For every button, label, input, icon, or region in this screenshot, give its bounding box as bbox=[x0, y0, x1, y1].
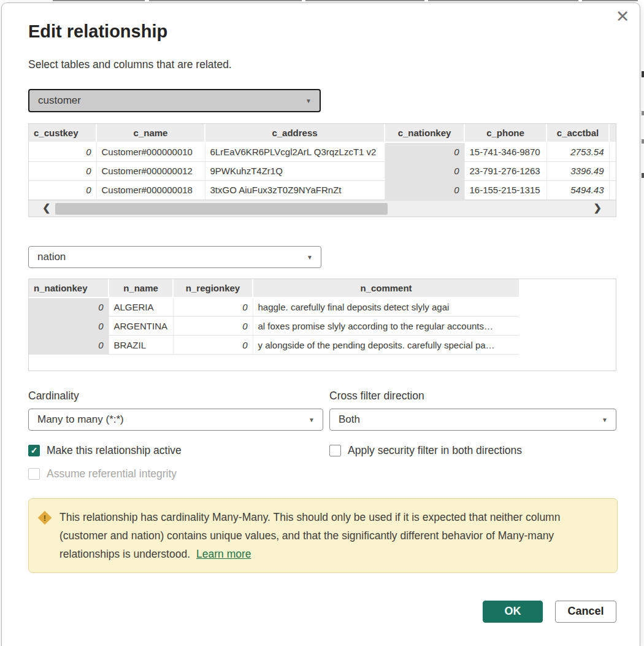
table-row: 0 ARGENTINA 0 al foxes promise slyly acc… bbox=[29, 317, 519, 336]
ok-button[interactable]: OK bbox=[483, 601, 543, 623]
cell[interactable]: 9PWKuhzT4Zr1Q bbox=[205, 161, 385, 180]
cardinality-dropdown[interactable]: Many to many (*:*) ▼ bbox=[28, 409, 323, 431]
background-fragment bbox=[642, 71, 644, 77]
cell[interactable]: 0 bbox=[173, 336, 253, 355]
background-fragment bbox=[582, 0, 638, 1]
scrollbar-thumb[interactable] bbox=[55, 203, 388, 215]
learn-more-link[interactable]: Learn more bbox=[196, 548, 251, 560]
cell[interactable]: haggle. carefully final deposits detect … bbox=[253, 298, 519, 317]
close-icon[interactable]: ✕ bbox=[611, 6, 634, 28]
cell[interactable]: 16-155-215-1315 bbox=[464, 180, 546, 199]
scroll-left-icon[interactable]: ❮ bbox=[42, 202, 50, 213]
scroll-right-icon[interactable]: ❯ bbox=[594, 202, 602, 213]
table-row: 0 BRAZIL 0 y alongside of the pending de… bbox=[29, 336, 519, 355]
nation-preview-table: n_nationkey n_name n_regionkey n_comment… bbox=[28, 279, 616, 371]
background-fragment bbox=[305, 0, 424, 1]
customer-table-dropdown[interactable]: customer ▼ bbox=[28, 89, 321, 112]
table-header-row: n_nationkey n_name n_regionkey n_comment bbox=[29, 279, 519, 298]
warning-icon-glyph: ! bbox=[40, 513, 50, 523]
cell[interactable]: 0 bbox=[29, 142, 96, 161]
cell[interactable]: Customer#000000012 bbox=[96, 161, 205, 180]
warning-text: This relationship has cardinality Many-M… bbox=[59, 511, 560, 560]
table-row: 0 ALGERIA 0 haggle. carefully final depo… bbox=[29, 298, 519, 317]
make-active-checkbox[interactable]: ✓ bbox=[28, 445, 40, 456]
many-to-many-warning-banner: ! This relationship has cardinality Many… bbox=[28, 498, 618, 573]
checkmark-icon: ✓ bbox=[31, 445, 38, 455]
cardinality-value: Many to many (*:*) bbox=[37, 413, 124, 426]
column-header[interactable] bbox=[609, 124, 616, 142]
cell[interactable]: Customer#000000018 bbox=[96, 180, 205, 199]
cell bbox=[609, 180, 616, 199]
column-header[interactable]: n_name bbox=[109, 279, 173, 298]
column-header[interactable]: c_acctbal bbox=[546, 124, 609, 142]
security-filter-label: Apply security filter in both directions bbox=[348, 444, 522, 457]
background-fragment bbox=[428, 0, 578, 1]
edit-relationship-dialog: ✕ Edit relationship Select tables and co… bbox=[1, 2, 640, 646]
cell-selected-column[interactable]: 0 bbox=[29, 317, 109, 336]
cell[interactable]: BRAZIL bbox=[109, 336, 173, 355]
table-row: 0 Customer#000000012 9PWKuhzT4Zr1Q 0 23-… bbox=[29, 161, 616, 180]
background-fragment bbox=[642, 111, 644, 115]
cell bbox=[609, 142, 616, 161]
cell[interactable]: 5494.43 bbox=[546, 180, 609, 199]
column-header[interactable]: c_phone bbox=[464, 124, 546, 142]
cell[interactable]: 3396.49 bbox=[546, 161, 609, 180]
dialog-title: Edit relationship bbox=[28, 21, 616, 42]
nation-table-dropdown-value: nation bbox=[37, 251, 66, 263]
column-header[interactable]: n_nationkey bbox=[29, 279, 109, 298]
table-header-row: c_custkey c_name c_address c_nationkey c… bbox=[29, 124, 616, 142]
cell-selected-column[interactable]: 0 bbox=[29, 336, 109, 355]
cell[interactable]: 23-791-276-1263 bbox=[464, 161, 546, 180]
cell[interactable]: y alongside of the pending deposits. car… bbox=[253, 336, 519, 355]
checkbox-row-2: Assume referential integrity bbox=[28, 467, 616, 480]
column-header[interactable]: c_nationkey bbox=[385, 124, 464, 142]
cell[interactable]: 3txGO AiuFux3zT0Z9NYaFRnZt bbox=[205, 180, 385, 199]
relationship-options: Cardinality Many to many (*:*) ▼ Cross f… bbox=[28, 390, 616, 431]
security-filter-checkbox[interactable] bbox=[329, 445, 341, 456]
customer-preview-table: c_custkey c_name c_address c_nationkey c… bbox=[28, 123, 616, 217]
column-header[interactable]: c_custkey bbox=[29, 124, 96, 142]
cell[interactable]: 15-741-346-9870 bbox=[464, 142, 546, 161]
cross-filter-dropdown[interactable]: Both ▼ bbox=[329, 409, 616, 431]
referential-integrity-checkbox bbox=[28, 468, 40, 480]
chevron-down-icon: ▼ bbox=[602, 416, 608, 423]
column-header[interactable]: c_address bbox=[205, 124, 385, 142]
cell-selected-column[interactable]: 0 bbox=[385, 161, 464, 180]
cell-selected-column[interactable]: 0 bbox=[29, 298, 109, 317]
nation-table-dropdown[interactable]: nation ▼ bbox=[28, 246, 321, 268]
referential-integrity-label: Assume referential integrity bbox=[47, 467, 177, 480]
horizontal-scrollbar[interactable]: ❮ ❯ bbox=[29, 200, 616, 217]
checkbox-row-1: ✓ Make this relationship active Apply se… bbox=[28, 444, 616, 457]
cell[interactable]: ARGENTINA bbox=[109, 317, 173, 336]
background-fragment bbox=[53, 0, 145, 1]
column-header[interactable]: c_name bbox=[96, 124, 205, 142]
cell[interactable]: 0 bbox=[29, 161, 96, 180]
column-header[interactable]: n_comment bbox=[253, 279, 519, 298]
cross-filter-value: Both bbox=[339, 413, 360, 426]
chevron-down-icon: ▼ bbox=[307, 253, 313, 260]
cell[interactable]: al foxes promise slyly according to the … bbox=[253, 317, 519, 336]
table-row: 0 Customer#000000018 3txGO AiuFux3zT0Z9N… bbox=[29, 180, 616, 199]
cell-selected-column[interactable]: 0 bbox=[385, 180, 464, 199]
dialog-subtitle: Select tables and columns that are relat… bbox=[28, 58, 616, 71]
cell[interactable]: 0 bbox=[173, 298, 253, 317]
cell-selected-column[interactable]: 0 bbox=[385, 142, 464, 161]
cell[interactable]: ALGERIA bbox=[109, 298, 173, 317]
warning-icon: ! bbox=[38, 510, 52, 525]
background-fragment bbox=[642, 173, 644, 178]
column-header[interactable]: n_regionkey bbox=[173, 279, 253, 298]
background-fragment bbox=[149, 0, 302, 1]
cancel-button[interactable]: Cancel bbox=[555, 601, 616, 623]
cell[interactable]: 6LrEaV6KR6PLVcgl2ArL Q3rqzLzcT1 v2 bbox=[205, 142, 385, 161]
table-row: 0 Customer#000000010 6LrEaV6KR6PLVcgl2Ar… bbox=[29, 142, 616, 161]
customer-table-dropdown-value: customer bbox=[38, 94, 81, 107]
make-active-label: Make this relationship active bbox=[47, 444, 182, 457]
dialog-footer: OK Cancel bbox=[28, 601, 616, 623]
cell[interactable]: 0 bbox=[29, 180, 96, 199]
cell[interactable]: 2753.54 bbox=[546, 142, 609, 161]
cardinality-label: Cardinality bbox=[28, 390, 323, 402]
cell[interactable]: 0 bbox=[173, 317, 253, 336]
background-fragment bbox=[642, 139, 644, 144]
cell bbox=[609, 161, 616, 180]
cell[interactable]: Customer#000000010 bbox=[96, 142, 205, 161]
